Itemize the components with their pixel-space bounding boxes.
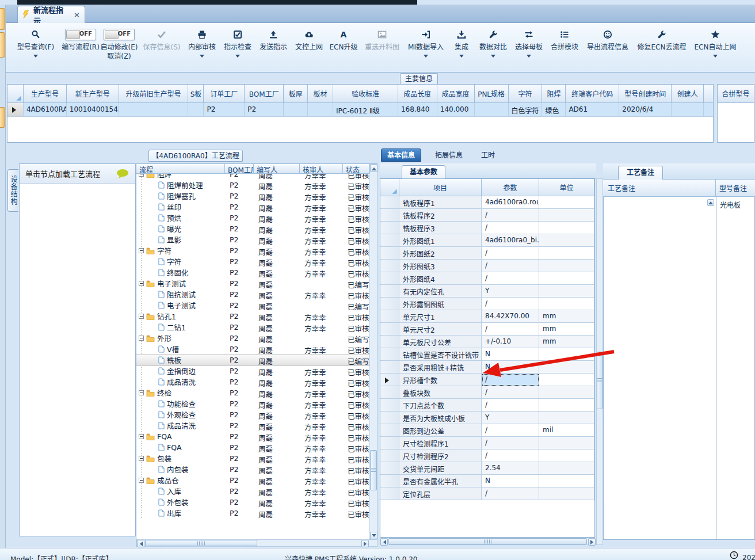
param-value-cell[interactable]: N [482,361,539,374]
expand-box-icon[interactable] [139,336,144,341]
tab-main-info[interactable]: 主要信息 [400,73,438,84]
toolbar-button-send-instruction[interactable]: 发送指示 [256,25,291,60]
param-value-cell[interactable]: / [482,424,539,437]
expand-box-icon[interactable] [139,174,144,177]
scroll-right-icon[interactable] [361,540,369,547]
tree-node-doc[interactable]: 电子测试P2周磊已编写 [136,300,369,311]
param-hscrollbar[interactable] [380,538,595,545]
param-value-cell[interactable]: / [482,399,539,412]
param-vscroll-thumb[interactable] [597,352,603,409]
toggle-write-flow[interactable]: OFF [65,29,96,40]
scroll-right-icon[interactable] [588,538,596,546]
expand-box-icon[interactable] [139,478,144,483]
param-row[interactable]: 是否有金属化半孔N [380,475,594,487]
param-row[interactable]: 叠板块数/ [380,386,594,399]
table-cell[interactable]: 140.000 [437,103,475,117]
tree-node-doc[interactable]: 二钻1P2周磊方幸幸已审核 [136,322,369,333]
toolbar-button-mi-data-import[interactable]: MI数据导入 [404,25,448,60]
tree-node-doc[interactable]: 铣板P2周磊已编写 [136,355,369,365]
tree-node-doc[interactable]: 功能检查P2周磊方幸幸已审核 [136,398,369,409]
chevron-down-icon[interactable] [491,52,495,60]
chevron-down-icon[interactable] [527,52,531,60]
tree-node-folder[interactable]: 电子测试P2周磊已编写 [136,278,369,289]
param-row[interactable]: 单元尺寸184.42X70.00mm [380,310,594,323]
param-value-cell[interactable]: / [482,260,539,272]
tree-hscrollbar[interactable] [136,539,378,547]
table-cell[interactable] [284,103,308,117]
tab-basic-info[interactable]: 基本信息 [381,148,421,162]
toolbar-button-data-compare[interactable]: 数据对比 [475,25,511,60]
tree-node-doc[interactable]: FQAP2周磊方幸幸已审核 [136,442,369,453]
toolbar-button-instruction-check[interactable]: 指示检查 [220,25,256,60]
scroll-left-icon[interactable] [380,538,388,546]
chevron-down-icon[interactable] [33,52,38,60]
table-cell[interactable]: P2 [245,103,284,117]
param-value-cell[interactable]: / [482,487,539,500]
dock-tab-icon[interactable] [0,32,5,58]
table-cell[interactable] [475,103,509,117]
tree-node-folder[interactable]: 外形P2周磊已编写 [136,333,369,344]
param-value-cell[interactable]: / [482,247,539,260]
tree-node-doc[interactable]: 金指倒边P2周磊方幸幸已审核 [136,365,369,376]
param-value-cell[interactable]: / [482,272,539,285]
expand-box-icon[interactable] [139,281,144,286]
tree-node-folder[interactable]: 成品仓P2周磊方幸幸已审核 [136,475,369,486]
tree-node-folder[interactable]: 包装P2周磊方幸幸已审核 [136,453,369,464]
param-row[interactable]: 钻槽位置是否不设计铣带N [380,348,594,361]
table-cell[interactable]: 10010400154317 [67,103,119,117]
toolbar-button-doc-control-upload[interactable]: 文控上网 [291,25,327,60]
table-cell[interactable]: 2020/6/4 [619,103,672,117]
toolbar-button-ecn-upgrade[interactable]: AECN升级 [327,25,360,60]
dock-tab-icon[interactable] [0,8,5,30]
expand-box-icon[interactable] [139,434,144,439]
param-value-cell[interactable]: / [482,437,539,449]
toolbar-button-model-query[interactable]: 型号查询(F) [9,25,62,60]
tab-new-flow-instruction[interactable]: 新流程指示 × [17,6,85,23]
select-all-corner[interactable] [380,179,399,196]
param-value-cell[interactable]: N [482,348,539,361]
table-row[interactable]: 4AD6100RA010010400154317P2P2IPC-6012 Ⅱ级1… [7,103,713,117]
toolbar-button-save-info[interactable]: 保存信息(S) [139,25,184,60]
tree-node-folder[interactable]: FQAP2周磊方幸幸已审核 [136,431,369,442]
table-cell[interactable]: IPC-6012 Ⅱ级 [333,103,398,117]
param-row[interactable]: 外形图纸4/ [380,272,594,285]
scroll-down-icon[interactable] [370,532,378,539]
tree-hscroll-thumb[interactable] [145,540,257,546]
tree-node-doc[interactable]: 外观检查P2周磊方幸幸已审核 [136,409,369,420]
toggle-start-modify[interactable]: OFF [104,29,135,40]
param-row[interactable]: 单元板尺寸公差+/-0.10mm [380,336,594,348]
tree-node-doc[interactable]: 成品清洗P2周磊方幸幸已审核 [136,376,369,387]
table-cell[interactable]: 绿色 [542,103,566,117]
table-cell[interactable] [188,103,204,117]
param-row[interactable]: 是否采用粗铣+精铣N [380,361,594,374]
table-cell[interactable]: AD61 [566,103,619,117]
tree-node-doc[interactable]: 出库P2周磊方幸幸已审核 [136,508,369,519]
param-row[interactable]: 有无内定位孔Y [380,285,594,298]
param-value-cell[interactable]: Y [482,412,539,424]
param-value-cell[interactable]: 2.54 [482,462,539,475]
tree-node-doc[interactable]: 成品清洗P2周磊方幸幸已审核 [136,420,369,431]
chevron-down-icon[interactable] [713,52,718,60]
tab-device-structure[interactable]: 设备结构 [7,169,18,212]
tab-process-notes[interactable]: 工艺备注 [618,166,663,180]
param-value-cell[interactable]: Y [482,285,539,298]
toolbar-button-merge-module[interactable]: 合拼模块 [547,25,582,60]
param-row[interactable]: 交货单元间距2.54 [380,462,594,475]
param-row[interactable]: 尺寸检测程序2/ [380,449,594,462]
param-row[interactable]: 异形槽个数/ [380,374,594,386]
table-cell[interactable] [672,103,704,117]
tree-node-doc[interactable]: 预烘P2周磊方幸幸已审核 [136,212,369,223]
table-cell[interactable]: 168.840 [398,103,437,117]
expand-box-icon[interactable] [139,456,144,461]
dock-tab-icon[interactable] [0,107,5,128]
toolbar-button-integrate[interactable]: 集成 [448,25,475,60]
chevron-down-icon[interactable] [459,52,464,60]
tree-node-doc[interactable]: 阻焊前处理P2周磊方幸幸已审核 [136,180,369,191]
chevron-down-icon[interactable] [200,52,204,60]
tree-node-doc[interactable]: 丝印P2周磊方幸幸已审核 [136,201,369,212]
expand-box-icon[interactable] [139,314,144,319]
tab-extended-info[interactable]: 拓展信息 [429,149,468,162]
tree-node-doc[interactable]: 显影P2周磊方幸幸已审核 [136,234,369,245]
close-icon[interactable]: × [74,10,80,19]
param-value-cell[interactable]: / [482,209,539,222]
